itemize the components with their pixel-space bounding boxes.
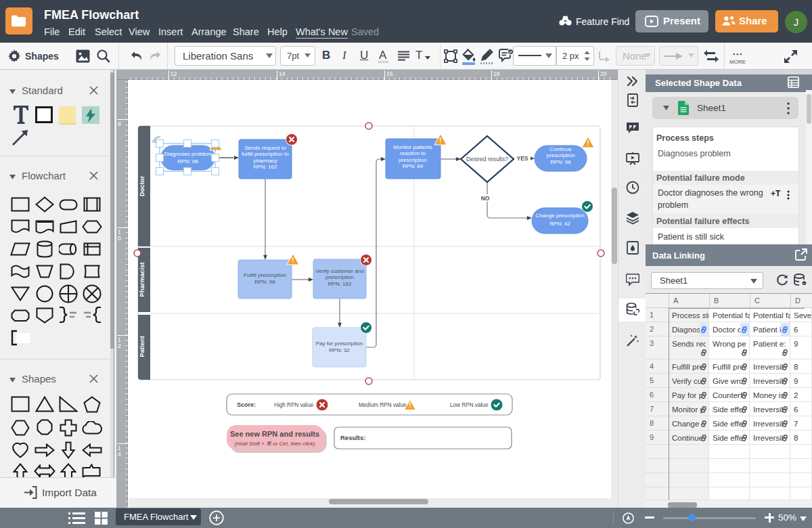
svg-text:Verify customer and: Verify customer and	[315, 268, 364, 274]
svg-text:!: !	[409, 401, 411, 409]
svg-text:Patient: Patient	[138, 335, 145, 357]
svg-text:prescription: prescription	[399, 157, 427, 163]
svg-text:RPN: 96: RPN: 96	[177, 158, 198, 164]
svg-text:RPN: 96: RPN: 96	[550, 159, 571, 165]
svg-text:Medium RPN value: Medium RPN value	[359, 402, 407, 408]
svg-text:RPN: 96: RPN: 96	[254, 279, 275, 285]
svg-text:Pay for prescription: Pay for prescription	[316, 340, 363, 347]
svg-text:Pharmacist: Pharmacist	[138, 262, 145, 297]
svg-text:Fulfill prescription: Fulfill prescription	[244, 272, 286, 278]
svg-text:See new RPN and results: See new RPN and results	[230, 430, 319, 438]
svg-text:Monitor patients: Monitor patients	[393, 144, 432, 150]
svg-text:YES: YES	[516, 155, 528, 162]
svg-text:RPN: 42: RPN: 42	[549, 221, 570, 227]
svg-text:(Hold Shift + ⌘ or Ctrl, then: (Hold Shift + ⌘ or Ctrl, then click)	[235, 441, 315, 447]
svg-text:RPN: 32: RPN: 32	[329, 347, 350, 353]
svg-text:RPN: 84: RPN: 84	[403, 163, 424, 169]
svg-text:Doctor: Doctor	[138, 175, 145, 196]
svg-text:Score:: Score:	[237, 401, 256, 408]
svg-text:Diagnoses problem: Diagnoses problem	[164, 151, 212, 157]
svg-text:prescription: prescription	[547, 152, 575, 158]
svg-text:NO: NO	[481, 195, 490, 202]
svg-text:!: !	[439, 137, 441, 144]
svg-text:!: !	[587, 139, 589, 147]
svg-text:Change prescription: Change prescription	[535, 213, 584, 219]
svg-text:Sends request to: Sends request to	[244, 145, 286, 151]
svg-text:!: !	[292, 257, 294, 264]
svg-text:Desired results?: Desired results?	[466, 156, 508, 162]
svg-text:RPN: 162: RPN: 162	[328, 281, 352, 287]
svg-text:prescription: prescription	[325, 274, 354, 280]
svg-text:fulfill prescription to: fulfill prescription to	[242, 151, 289, 157]
svg-text:reaction to: reaction to	[400, 150, 426, 156]
svg-text:High RPN value: High RPN value	[274, 402, 314, 408]
svg-text:Results:: Results:	[340, 434, 365, 441]
svg-text:pharmacy: pharmacy	[253, 158, 277, 164]
svg-text:Low RPN value: Low RPN value	[450, 402, 489, 408]
svg-text:RPN: 162: RPN: 162	[253, 164, 277, 170]
svg-text:Continue: Continue	[549, 146, 572, 152]
